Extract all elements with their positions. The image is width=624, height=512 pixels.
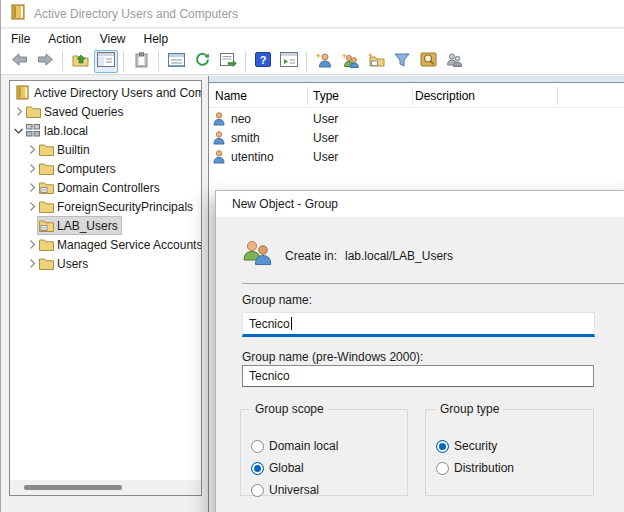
title-bar: Active Directory Users and Computers xyxy=(1,0,624,28)
new-user-button[interactable] xyxy=(312,50,336,73)
column-divider[interactable] xyxy=(557,87,558,105)
dialog-body: Create in: lab.local/LAB_Users Group nam… xyxy=(216,217,624,512)
radio-button-icon[interactable] xyxy=(436,440,449,453)
pre2000-name-input[interactable]: Tecnico xyxy=(242,365,594,387)
forward-button[interactable] xyxy=(33,50,57,73)
new-ou-button[interactable] xyxy=(364,50,388,73)
radio-distribution[interactable]: Distribution xyxy=(436,460,514,476)
group-scope-legend: Group scope xyxy=(251,402,328,416)
user-icon xyxy=(213,112,229,126)
tree-item-saved-queries[interactable]: Saved Queries xyxy=(10,102,202,121)
list-header: Name Type Description xyxy=(209,84,624,108)
radio-label: Global xyxy=(269,461,304,475)
tree-item-builtin[interactable]: Builtin xyxy=(10,140,202,159)
tree-item-lab-users[interactable]: LAB_Users xyxy=(10,216,202,235)
folder-icon xyxy=(26,106,43,118)
tree-item-label: Builtin xyxy=(56,143,90,157)
tree-item-root[interactable]: Active Directory Users and Computers xyxy=(10,83,202,102)
radio-button-icon[interactable] xyxy=(251,440,264,453)
radio-global[interactable]: Global xyxy=(251,460,304,476)
export-list-button[interactable] xyxy=(216,50,240,73)
chevron-right-icon[interactable] xyxy=(25,183,38,192)
pre2000-name-label: Group name (pre-Windows 2000): xyxy=(242,350,423,364)
console-tree: Active Directory Users and Computers Sav… xyxy=(10,83,202,273)
user-icon xyxy=(213,131,229,145)
console-tree-pane: Active Directory Users and Computers Sav… xyxy=(9,80,202,496)
new-object-group-dialog: New Object - Group Create in: lab.local/… xyxy=(215,190,624,512)
scrollbar-thumb[interactable] xyxy=(24,485,122,490)
column-divider[interactable] xyxy=(307,87,308,105)
list-item-name: neo xyxy=(231,112,251,126)
console-tree-toggle-button[interactable] xyxy=(94,50,118,73)
filter-button[interactable] xyxy=(390,50,414,73)
back-button[interactable] xyxy=(7,50,31,73)
refresh-button[interactable] xyxy=(190,50,214,73)
chevron-down-icon[interactable] xyxy=(12,127,25,135)
tree-item-label: Domain Controllers xyxy=(56,181,160,195)
menu-help[interactable]: Help xyxy=(135,30,178,48)
up-one-level-button[interactable] xyxy=(68,50,92,73)
tree-item-domain-controllers[interactable]: Domain Controllers xyxy=(10,178,202,197)
chevron-right-icon[interactable] xyxy=(25,202,38,211)
tree-window-icon xyxy=(280,52,298,70)
tree-item-label: Computers xyxy=(56,162,116,176)
group-name-input[interactable]: Tecnico xyxy=(242,312,595,337)
toolbar-separator xyxy=(158,51,159,71)
menu-bar: File Action View Help xyxy=(1,29,624,48)
chevron-right-icon[interactable] xyxy=(25,240,38,249)
menu-file[interactable]: File xyxy=(9,30,39,48)
chevron-right-icon[interactable] xyxy=(25,164,38,173)
tree-item-users[interactable]: Users xyxy=(10,254,202,273)
ou-folder-icon xyxy=(39,220,56,232)
chevron-right-icon[interactable] xyxy=(25,259,38,268)
list-item-neo[interactable]: neo User xyxy=(209,109,624,128)
column-header-description[interactable]: Description xyxy=(415,89,475,103)
list-view-button[interactable] xyxy=(164,50,188,73)
tree-item-lab-local[interactable]: lab.local xyxy=(10,121,202,140)
tree-item-foreign-security-principals[interactable]: ForeignSecurityPrincipals xyxy=(10,197,202,216)
create-in-label: Create in: xyxy=(285,249,337,263)
dialog-title-bar[interactable]: New Object - Group xyxy=(216,191,624,217)
details-pane-top-border xyxy=(209,76,624,83)
column-header-name[interactable]: Name xyxy=(215,89,247,103)
book-icon xyxy=(16,85,33,100)
list-item-type: User xyxy=(313,112,338,126)
group-type-legend: Group type xyxy=(436,402,503,416)
column-divider[interactable] xyxy=(412,87,413,105)
tree-item-label: ForeignSecurityPrincipals xyxy=(56,200,193,214)
radio-label: Domain local xyxy=(269,439,338,453)
list-item-utentino[interactable]: utentino User xyxy=(209,147,624,166)
tree-item-computers[interactable]: Computers xyxy=(10,159,202,178)
filter-icon xyxy=(394,53,410,70)
chevron-right-icon[interactable] xyxy=(25,145,38,154)
text-caret xyxy=(291,317,292,330)
folder-icon xyxy=(39,258,56,270)
new-group-button[interactable] xyxy=(338,50,362,73)
column-header-type[interactable]: Type xyxy=(313,89,339,103)
horizontal-scrollbar[interactable] xyxy=(10,480,201,495)
radio-button-icon[interactable] xyxy=(251,462,264,475)
radio-domain-local[interactable]: Domain local xyxy=(251,438,338,454)
menu-action[interactable]: Action xyxy=(39,30,90,48)
radio-button-icon[interactable] xyxy=(436,462,449,475)
list-item-smith[interactable]: smith User xyxy=(209,128,624,147)
new-group-icon xyxy=(342,52,359,71)
radio-universal[interactable]: Universal xyxy=(251,482,319,498)
toolbar-separator xyxy=(245,51,246,71)
radio-security[interactable]: Security xyxy=(436,438,497,454)
ou-folder-icon xyxy=(39,182,56,194)
dialog-title: New Object - Group xyxy=(232,197,338,211)
help-button[interactable]: ? xyxy=(251,50,275,73)
radio-label: Distribution xyxy=(454,461,514,475)
radio-button-icon[interactable] xyxy=(251,484,264,497)
tree-item-managed-service-accounts[interactable]: Managed Service Accounts xyxy=(10,235,202,254)
folder-icon xyxy=(39,144,56,156)
special-group-button[interactable] xyxy=(442,50,466,73)
chevron-right-icon[interactable] xyxy=(12,107,25,116)
clipboard-button[interactable] xyxy=(129,50,153,73)
menu-view[interactable]: View xyxy=(91,30,135,48)
group-scope-fieldset: Group scope Domain local Global Universa… xyxy=(240,409,408,496)
tree-window-button[interactable] xyxy=(277,50,301,73)
pre2000-name-value: Tecnico xyxy=(249,369,290,383)
find-button[interactable] xyxy=(416,50,440,73)
